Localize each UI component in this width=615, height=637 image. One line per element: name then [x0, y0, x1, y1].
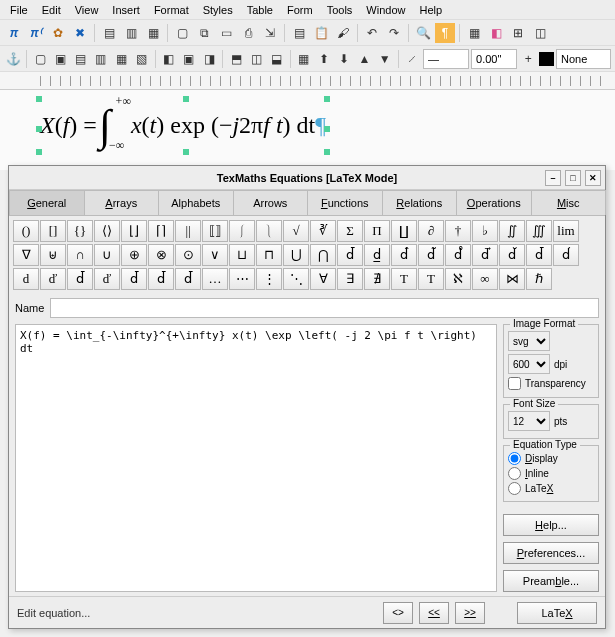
resize-handle[interactable]	[324, 149, 330, 155]
nav-next-button[interactable]: >>	[455, 602, 485, 624]
preferences-button[interactable]: Preferences...	[503, 542, 599, 564]
line-style-field[interactable]: —	[423, 49, 469, 69]
minimize-button[interactable]: –	[545, 170, 561, 186]
symbol-button[interactable]: d̄	[148, 268, 174, 290]
help-button[interactable]: Help...	[503, 514, 599, 536]
nav-prev-button[interactable]: <<	[419, 602, 449, 624]
plus-icon[interactable]: +	[519, 49, 537, 69]
symbol-button[interactable]: ∃	[337, 268, 363, 290]
symbol-button[interactable]: ⋂	[310, 244, 336, 266]
symbol-button[interactable]: ⋱	[283, 268, 309, 290]
export-icon[interactable]: ⇲	[260, 23, 280, 43]
align-c-icon[interactable]: ▣	[180, 49, 198, 69]
symbol-button[interactable]: ℵ	[445, 268, 471, 290]
symbol-button[interactable]: ⊓	[256, 244, 282, 266]
anchor-icon[interactable]: ⚓	[4, 49, 22, 69]
symbol-button[interactable]: ⌈⌉	[148, 220, 174, 242]
tab-functions[interactable]: Functions	[307, 190, 383, 215]
bg-icon[interactable]: ▼	[376, 49, 394, 69]
symbol-button[interactable]: d̂	[391, 244, 417, 266]
symbol-button[interactable]: d̄	[337, 244, 363, 266]
symbol-button[interactable]: Π	[364, 220, 390, 242]
tab-misc[interactable]: Misc	[531, 190, 607, 215]
symbol-button[interactable]: ⎱	[256, 220, 282, 242]
symbol-button[interactable]: d́	[553, 244, 579, 266]
line-icon[interactable]: ⟋	[403, 49, 421, 69]
symbol-button[interactable]: ∪	[94, 244, 120, 266]
tab-relations[interactable]: Relations	[382, 190, 458, 215]
symbol-button[interactable]: ∇	[13, 244, 39, 266]
undo-icon[interactable]: ↶	[362, 23, 382, 43]
width-field[interactable]: 0.00"	[471, 49, 517, 69]
form-icon[interactable]: ▭	[216, 23, 236, 43]
symbol-button[interactable]: d̄	[67, 268, 93, 290]
symbol-button[interactable]: T	[391, 268, 417, 290]
symbol-button[interactable]: ∄	[364, 268, 390, 290]
symbol-button[interactable]: d̄	[121, 268, 147, 290]
color-swatch[interactable]	[539, 52, 554, 66]
symbol-button[interactable]: d	[13, 268, 39, 290]
format-select[interactable]: svg	[508, 331, 550, 351]
latex-button[interactable]: LaTeX	[517, 602, 597, 624]
close-button[interactable]: ✕	[585, 170, 601, 186]
menu-format[interactable]: Format	[148, 2, 195, 18]
wrap3-icon[interactable]: ▤	[72, 49, 90, 69]
gear-icon[interactable]: ✿	[48, 23, 68, 43]
symbol-button[interactable]: ∭	[526, 220, 552, 242]
symbol-button[interactable]: ⋈	[499, 268, 525, 290]
symbol-button[interactable]: d⃗	[472, 244, 498, 266]
symbol-button[interactable]: []	[40, 220, 66, 242]
radio-latex[interactable]	[508, 482, 521, 495]
boxes-icon[interactable]: ⊞	[508, 23, 528, 43]
menu-tools[interactable]: Tools	[321, 2, 359, 18]
menu-form[interactable]: Form	[281, 2, 319, 18]
symbol-button[interactable]: ⊗	[148, 244, 174, 266]
resize-handle[interactable]	[36, 126, 42, 132]
symbol-button[interactable]: ()	[13, 220, 39, 242]
symbol-button[interactable]: …	[202, 268, 228, 290]
menu-window[interactable]: Window	[360, 2, 411, 18]
cut-icon[interactable]: ▦	[143, 23, 163, 43]
back-icon[interactable]: ⬇	[335, 49, 353, 69]
symbol-button[interactable]: lim	[553, 220, 579, 242]
name-input[interactable]	[50, 298, 599, 318]
symbol-button[interactable]: ℏ	[526, 268, 552, 290]
symbol-button[interactable]: {}	[67, 220, 93, 242]
align-m-icon[interactable]: ◫	[247, 49, 265, 69]
menu-view[interactable]: View	[69, 2, 105, 18]
symbol-button[interactable]: ď	[94, 268, 120, 290]
symbol-button[interactable]: ∂	[418, 220, 444, 242]
symbol-button[interactable]: ||	[175, 220, 201, 242]
symbol-button[interactable]: d̆	[499, 244, 525, 266]
menu-edit[interactable]: Edit	[36, 2, 67, 18]
resize-handle[interactable]	[183, 149, 189, 155]
menu-insert[interactable]: Insert	[106, 2, 146, 18]
wrap2-icon[interactable]: ▣	[51, 49, 69, 69]
menu-help[interactable]: Help	[413, 2, 448, 18]
align-t-icon[interactable]: ⬒	[227, 49, 245, 69]
symbol-button[interactable]: ⋮	[256, 268, 282, 290]
symbol-button[interactable]: ♭	[472, 220, 498, 242]
bookmark-icon[interactable]: ◧	[486, 23, 506, 43]
equation-object[interactable]: X(f) = ∫ +∞ −∞ x(t) exp (−j2πf t) dt ¶	[40, 100, 326, 151]
dpi-select[interactable]: 600	[508, 354, 550, 374]
resize-handle[interactable]	[36, 96, 42, 102]
symbol-button[interactable]: ⊕	[121, 244, 147, 266]
chart-icon[interactable]: ◫	[530, 23, 550, 43]
doc3-icon[interactable]: ▤	[289, 23, 309, 43]
pilcrow-icon[interactable]: ¶	[435, 23, 455, 43]
menu-styles[interactable]: Styles	[197, 2, 239, 18]
search-icon[interactable]: 🔍	[413, 23, 433, 43]
page-icon[interactable]: ▢	[172, 23, 192, 43]
wrap6-icon[interactable]: ▧	[132, 49, 150, 69]
symbol-button[interactable]: ∐	[391, 220, 417, 242]
symbol-button[interactable]: d̃	[418, 244, 444, 266]
symbol-button[interactable]: †	[445, 220, 471, 242]
symbol-button[interactable]: ∨	[202, 244, 228, 266]
tab-alphabets[interactable]: Alphabets	[158, 190, 234, 215]
font-size-select[interactable]: 12	[508, 411, 550, 431]
symbol-button[interactable]: ∩	[67, 244, 93, 266]
symbol-button[interactable]: ⟦⟧	[202, 220, 228, 242]
wrap5-icon[interactable]: ▦	[112, 49, 130, 69]
symbol-button[interactable]: ⋃	[283, 244, 309, 266]
